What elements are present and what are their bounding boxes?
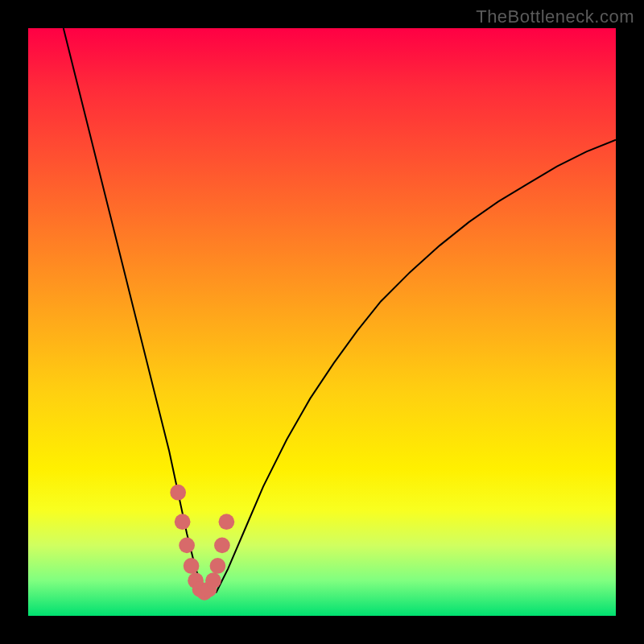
chart-background-gradient [28,28,616,616]
watermark-text: TheBottleneck.com [476,6,634,27]
